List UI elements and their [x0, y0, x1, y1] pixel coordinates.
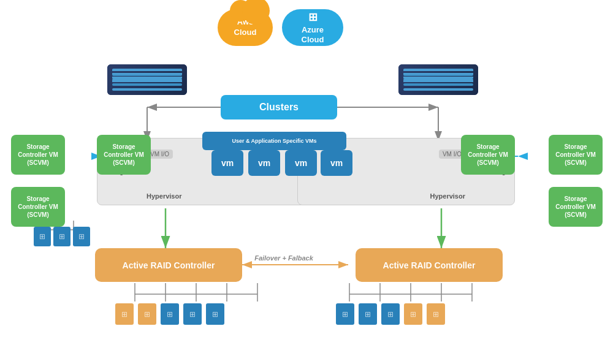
drive-br-1: [336, 303, 354, 325]
sc-far-left-bottom: StorageController VM(SCVM): [11, 187, 65, 227]
vm-1: vm: [211, 150, 243, 176]
drive-tl-2: [53, 227, 70, 246]
sc-far-left-top: StorageController VM(SCVM): [11, 135, 65, 175]
drive-bl-3: [161, 303, 179, 325]
vm-bar-label: User & Application Specific VMs: [232, 138, 316, 144]
server-right: [398, 64, 478, 95]
drive-bl-2: [138, 303, 156, 325]
drive-tl-3: [73, 227, 90, 246]
drive-tl-1: [34, 227, 51, 246]
sc-right-inner: StorageController VM(SCVM): [461, 135, 515, 175]
drive-bl-5: [206, 303, 224, 325]
clusters-label: Clusters: [259, 102, 299, 113]
sc-far-right-bottom: StorageController VM(SCVM): [549, 187, 603, 227]
drive-br-4: [404, 303, 422, 325]
sc-far-right-top: StorageController VM(SCVM): [549, 135, 603, 175]
architecture-diagram: Aws Cloud ⊞ AzureCloud Clusters Pass-Th: [0, 0, 613, 364]
drive-br-3: [381, 303, 400, 325]
clusters-badge: Clusters: [221, 95, 337, 119]
drive-bl-1: [115, 303, 134, 325]
hypervisor-left-label: Hypervisor: [147, 192, 181, 200]
sc-left-inner: StorageController VM(SCVM): [97, 135, 151, 175]
vm-4: vm: [321, 150, 352, 176]
raid-right-label: Active RAID Controller: [383, 260, 476, 270]
raid-left-label: Active RAID Controller: [123, 260, 215, 270]
drive-br-5: [427, 303, 445, 325]
drive-br-2: [359, 303, 377, 325]
drive-bl-4: [183, 303, 202, 325]
raid-left: Active RAID Controller: [95, 248, 242, 282]
failover-label: Failover + Falback: [244, 254, 324, 262]
aws-cloud-label: Aws Cloud: [234, 17, 257, 38]
raid-right: Active RAID Controller: [356, 248, 503, 282]
azure-cloud-label: AzureCloud: [302, 25, 324, 44]
server-left: [107, 64, 187, 95]
azure-cloud: ⊞ AzureCloud: [282, 9, 343, 46]
vm-2: vm: [248, 150, 280, 176]
vm-3: vm: [285, 150, 317, 176]
aws-cloud: Aws Cloud: [218, 9, 273, 46]
vm-bar: User & Application Specific VMs: [202, 132, 346, 150]
hypervisor-right-label: Hypervisor: [430, 192, 465, 200]
